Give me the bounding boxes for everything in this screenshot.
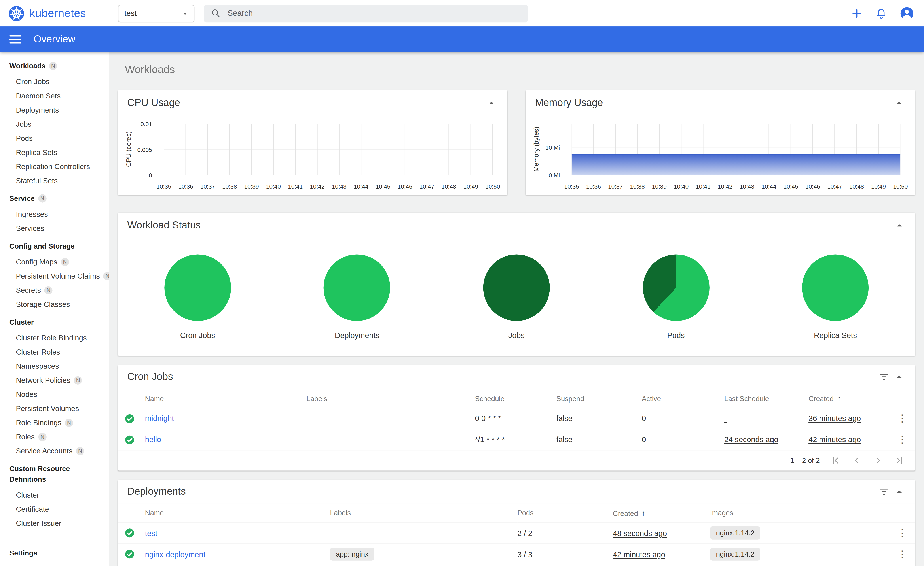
column-header-name[interactable]: Name bbox=[145, 503, 330, 522]
sidebar-item-cluster[interactable]: Cluster bbox=[0, 488, 109, 502]
resource-link[interactable]: midnight bbox=[145, 414, 174, 423]
row-actions-kebab-icon[interactable]: ⋮ bbox=[895, 411, 909, 425]
namespaced-badge: N bbox=[65, 419, 73, 427]
sidebar-item-roles[interactable]: RolesN bbox=[0, 430, 109, 444]
deployments-table: NameLabelsPodsCreated↑Images test-2 / 24… bbox=[118, 503, 915, 565]
first-page-button[interactable] bbox=[830, 455, 841, 466]
cpu-plot-area bbox=[164, 124, 493, 175]
sidebar-item-ingresses[interactable]: Ingresses bbox=[0, 207, 109, 222]
resource-link[interactable]: hello bbox=[145, 435, 161, 444]
sidebar-item-service-accounts[interactable]: Service AccountsN bbox=[0, 444, 109, 458]
column-header-schedule[interactable]: Schedule bbox=[475, 389, 556, 408]
sidebar-item-label: Cron Jobs bbox=[16, 78, 50, 86]
column-header-created[interactable]: Created↑ bbox=[613, 503, 710, 522]
collapse-button[interactable] bbox=[891, 484, 907, 499]
collapse-button[interactable] bbox=[891, 95, 907, 111]
column-header-images[interactable]: Images bbox=[710, 503, 890, 522]
sidebar-item-label: Daemon Sets bbox=[16, 92, 60, 100]
next-page-button[interactable] bbox=[873, 455, 884, 466]
actions-cell: ⋮ bbox=[890, 544, 915, 565]
resource-link[interactable]: nginx-deployment bbox=[145, 550, 206, 559]
row-actions-kebab-icon[interactable]: ⋮ bbox=[895, 433, 909, 447]
column-label: Labels bbox=[306, 394, 327, 403]
sidebar-item-replica-sets[interactable]: Replica Sets bbox=[0, 145, 109, 160]
label-chip: app: nginx bbox=[330, 548, 374, 561]
column-label: Pods bbox=[518, 509, 534, 517]
sidebar-item-about[interactable]: About bbox=[0, 562, 109, 566]
sidebar-item-secrets[interactable]: SecretsN bbox=[0, 283, 109, 297]
column-label: Suspend bbox=[556, 394, 584, 403]
status-cell bbox=[118, 522, 145, 544]
cpu-y-ticks: 0.010.0050 bbox=[118, 124, 158, 175]
sidebar-item-cluster-role-bindings[interactable]: Cluster Role Bindings bbox=[0, 331, 109, 345]
sidebar-item-services[interactable]: Services bbox=[0, 222, 109, 235]
column-header-suspend[interactable]: Suspend bbox=[556, 389, 642, 408]
menu-hamburger-icon[interactable] bbox=[9, 35, 21, 43]
column-header-name[interactable]: Name bbox=[145, 389, 306, 408]
namespace-select[interactable]: test bbox=[118, 4, 195, 22]
previous-page-button[interactable] bbox=[852, 455, 862, 466]
column-header-labels[interactable]: Labels bbox=[330, 503, 518, 522]
sidebar-item-role-bindings[interactable]: Role BindingsN bbox=[0, 416, 109, 430]
collapse-button[interactable] bbox=[891, 369, 907, 385]
sidebar-item-replication-controllers[interactable]: Replication Controllers bbox=[0, 160, 109, 174]
sidebar-item-cluster-issuer[interactable]: Cluster Issuer bbox=[0, 517, 109, 531]
y-tick-label: 0 bbox=[148, 172, 152, 178]
filter-button[interactable] bbox=[876, 484, 891, 499]
sidebar-item-namespaces[interactable]: Namespaces bbox=[0, 359, 109, 373]
resource-link[interactable]: test bbox=[145, 529, 157, 537]
sidebar-item-daemon-sets[interactable]: Daemon Sets bbox=[0, 89, 109, 103]
column-header-status bbox=[118, 503, 145, 522]
sidebar-item-config-maps[interactable]: Config MapsN bbox=[0, 255, 109, 269]
last-page-button[interactable] bbox=[894, 455, 904, 466]
sidebar-item-persistent-volume-claims[interactable]: Persistent Volume ClaimsN bbox=[0, 269, 109, 283]
column-header-active[interactable]: Active bbox=[642, 389, 724, 408]
column-header-status bbox=[118, 389, 145, 408]
x-tick-label: 10:44 bbox=[354, 183, 369, 190]
sidebar-item-config-and-storage[interactable]: Config and Storage bbox=[0, 235, 109, 255]
arrow-up-icon bbox=[893, 371, 905, 383]
workload-status-deployments: Deployments bbox=[277, 254, 437, 340]
sidebar-item-custom-resource-definitions[interactable]: Custom Resource Definitions bbox=[0, 458, 109, 488]
column-header-pods[interactable]: Pods bbox=[518, 503, 613, 522]
pie-label: Pods bbox=[668, 331, 685, 340]
page-title: Workloads bbox=[125, 64, 915, 76]
collapse-button[interactable] bbox=[891, 218, 907, 233]
search-bar[interactable] bbox=[204, 4, 528, 22]
sidebar-item-deployments[interactable]: Deployments bbox=[0, 103, 109, 117]
column-header-labels[interactable]: Labels bbox=[306, 389, 475, 408]
sidebar-item-pods[interactable]: Pods bbox=[0, 131, 109, 145]
sidebar-item-service[interactable]: ServiceN bbox=[0, 188, 109, 207]
sidebar-item-network-policies[interactable]: Network PoliciesN bbox=[0, 373, 109, 388]
sidebar-item-jobs[interactable]: Jobs bbox=[0, 117, 109, 131]
sidebar-item-stateful-sets[interactable]: Stateful Sets bbox=[0, 174, 109, 188]
sidebar-item-label: Config and Storage bbox=[9, 241, 75, 252]
suspend-cell: false bbox=[556, 408, 642, 429]
filter-button[interactable] bbox=[876, 369, 891, 385]
sidebar-item-cron-jobs[interactable]: Cron Jobs bbox=[0, 75, 109, 89]
sidebar-item-cluster[interactable]: Cluster bbox=[0, 311, 109, 331]
sidebar-item-workloads[interactable]: WorkloadsN bbox=[0, 55, 109, 75]
column-header-created[interactable]: Created↑ bbox=[808, 389, 889, 408]
kubernetes-brand[interactable]: kubernetes bbox=[0, 5, 109, 22]
create-plus-icon[interactable] bbox=[850, 7, 864, 20]
notifications-bell-icon[interactable] bbox=[875, 7, 888, 19]
sidebar-item-nodes[interactable]: Nodes bbox=[0, 388, 109, 401]
row-actions-kebab-icon[interactable]: ⋮ bbox=[895, 547, 909, 562]
sidebar-item-cluster-roles[interactable]: Cluster Roles bbox=[0, 345, 109, 359]
sidebar-item-settings[interactable]: Settings bbox=[0, 542, 109, 562]
y-tick-label: 0.01 bbox=[141, 121, 152, 127]
user-avatar-icon[interactable] bbox=[899, 6, 915, 21]
sidebar-item-storage-classes[interactable]: Storage Classes bbox=[0, 297, 109, 311]
sidebar-item-label: Stateful Sets bbox=[16, 177, 58, 185]
search-input[interactable] bbox=[226, 8, 521, 18]
pagination-range: 1 – 2 of 2 bbox=[790, 456, 820, 464]
column-header-last-schedule[interactable]: Last Schedule bbox=[724, 389, 808, 408]
cron-job-row-midnight: midnight-0 0 * * *false0-36 minutes ago⋮ bbox=[118, 408, 915, 429]
sidebar-item-label: Settings bbox=[9, 548, 38, 558]
collapse-button[interactable] bbox=[484, 95, 499, 111]
memory-y-ticks: 10 Mi0 Mi bbox=[526, 124, 566, 175]
row-actions-kebab-icon[interactable]: ⋮ bbox=[895, 526, 909, 540]
sidebar-item-certificate[interactable]: Certificate bbox=[0, 502, 109, 517]
sidebar-item-persistent-volumes[interactable]: Persistent Volumes bbox=[0, 401, 109, 416]
